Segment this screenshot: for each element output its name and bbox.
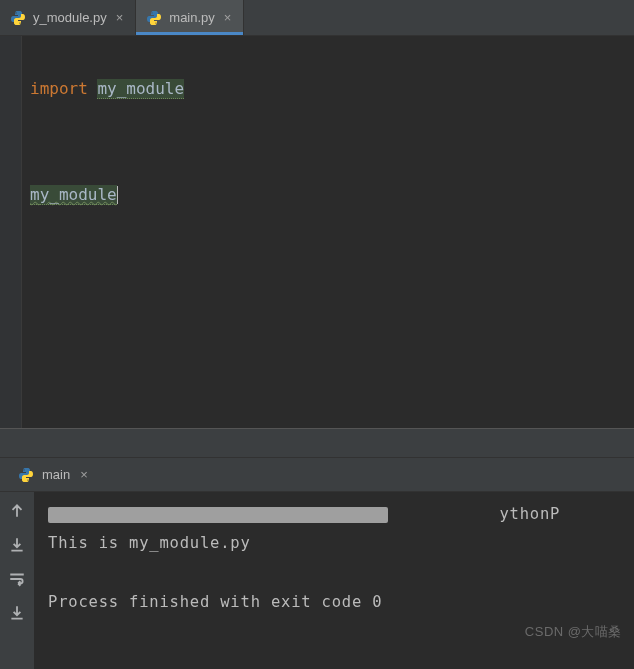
redacted-path [48, 507, 388, 523]
panel-divider[interactable] [0, 428, 634, 458]
code-editor[interactable]: import my_module my_module [0, 36, 634, 428]
code-content[interactable]: import my_module my_module [22, 36, 192, 428]
run-tab-bar: main × [0, 458, 634, 492]
export-icon[interactable] [8, 604, 26, 622]
close-icon[interactable]: × [222, 11, 234, 24]
console-line-output: This is my_module.py [48, 534, 251, 552]
keyword-import: import [30, 79, 88, 98]
tab-label: y_module.py [33, 10, 107, 25]
editor-tab-bar: y_module.py × main.py × [0, 0, 634, 36]
identifier-my-module: my_module [97, 79, 184, 99]
identifier-my-module-usage: my_module [30, 185, 117, 205]
close-icon[interactable]: × [78, 468, 90, 481]
run-tab-label[interactable]: main [42, 467, 70, 482]
editor-gutter [0, 36, 22, 428]
tab-my-module[interactable]: y_module.py × [0, 0, 136, 35]
python-file-icon [18, 467, 34, 483]
up-arrow-icon[interactable] [8, 502, 26, 520]
close-icon[interactable]: × [114, 11, 126, 24]
download-icon[interactable] [8, 536, 26, 554]
watermark-text: CSDN @大喵桑 [525, 623, 622, 641]
tab-main[interactable]: main.py × [136, 0, 244, 35]
python-file-icon [10, 10, 26, 26]
console-line-exit: Process finished with exit code 0 [48, 593, 382, 611]
run-toolbar [0, 492, 34, 669]
path-fragment: ythonP [499, 505, 560, 523]
console-output[interactable]: ythonP This is my_module.py Process fini… [34, 492, 634, 669]
text-caret [117, 186, 119, 204]
python-file-icon [146, 10, 162, 26]
wrap-icon[interactable] [8, 570, 26, 588]
tab-label: main.py [169, 10, 215, 25]
